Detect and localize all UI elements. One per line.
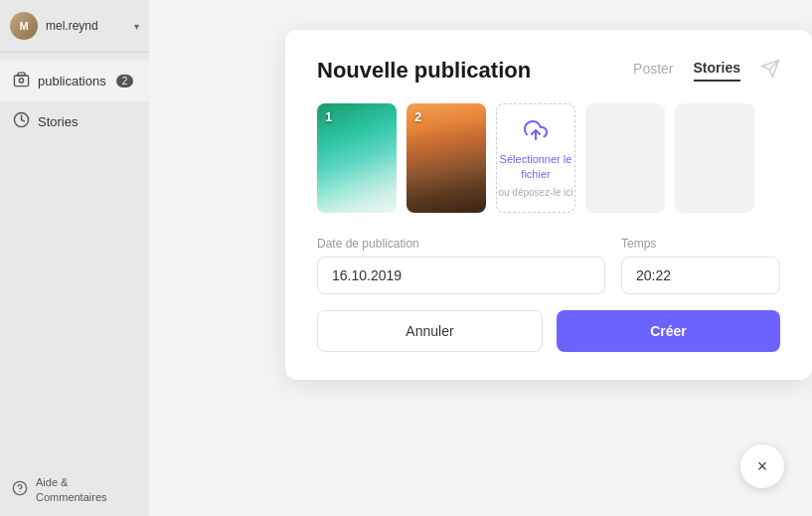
sidebar-username: mel.reynd [46,19,126,33]
main-content: Nouvelle publication Poster Stories [149,0,812,516]
upload-or-text: ou déposez-le ici [498,187,572,198]
tab-poster[interactable]: Poster [633,61,673,81]
thumb-1-number: 1 [325,109,332,124]
close-icon: × [757,456,768,477]
modal: Nouvelle publication Poster Stories [285,30,812,380]
modal-overlay: Nouvelle publication Poster Stories [149,0,812,516]
sidebar-item-label-stories: Stories [38,114,78,129]
date-input[interactable] [317,257,605,294]
button-row: Annuler Créer [317,310,780,352]
camera-icon [12,71,30,91]
modal-header: Nouvelle publication Poster Stories [317,58,780,84]
thumbnail-1[interactable]: 1 [317,103,397,213]
help-icon [12,480,28,499]
sidebar-nav: publications 2 Stories [0,53,149,463]
upload-label: Sélectionner le fichier [497,152,574,181]
chevron-down-icon: ▾ [134,21,139,32]
time-label: Temps [621,237,780,251]
sidebar: M mel.reynd ▾ publications 2 St [0,0,149,516]
modal-tabs: Poster Stories [633,60,740,82]
time-group: Temps [621,237,780,294]
empty-slot-1 [585,103,665,213]
publications-badge: 2 [116,75,134,87]
clock-icon [12,111,30,132]
tab-stories[interactable]: Stories [694,60,740,82]
modal-title: Nouvelle publication [317,58,531,84]
upload-zone[interactable]: Sélectionner le fichier ou déposez-le ic… [496,103,575,213]
thumbnail-2[interactable]: 2 [406,103,486,213]
sidebar-bottom-text: Aide & Commentaires [36,475,107,504]
send-icon[interactable] [760,59,780,84]
time-input[interactable] [621,257,780,294]
create-button[interactable]: Créer [557,310,780,352]
sidebar-item-label-publications: publications [38,74,106,88]
thumbnails-row: 1 2 Sélectionner le fichier [317,103,780,213]
sidebar-bottom[interactable]: Aide & Commentaires [0,463,149,516]
empty-slot-2 [675,103,754,213]
upload-icon [524,118,548,148]
sidebar-item-publications[interactable]: publications 2 [0,61,149,101]
form-row: Date de publication Temps [317,237,780,294]
sidebar-user[interactable]: M mel.reynd ▾ [0,0,149,52]
avatar: M [10,12,38,40]
thumb-2-number: 2 [414,109,421,124]
cancel-button[interactable]: Annuler [317,310,543,352]
date-group: Date de publication [317,237,605,294]
close-fab-button[interactable]: × [740,444,784,488]
svg-point-1 [19,79,23,83]
svg-rect-0 [14,76,28,86]
date-label: Date de publication [317,237,605,251]
sidebar-item-stories[interactable]: Stories [0,101,149,142]
